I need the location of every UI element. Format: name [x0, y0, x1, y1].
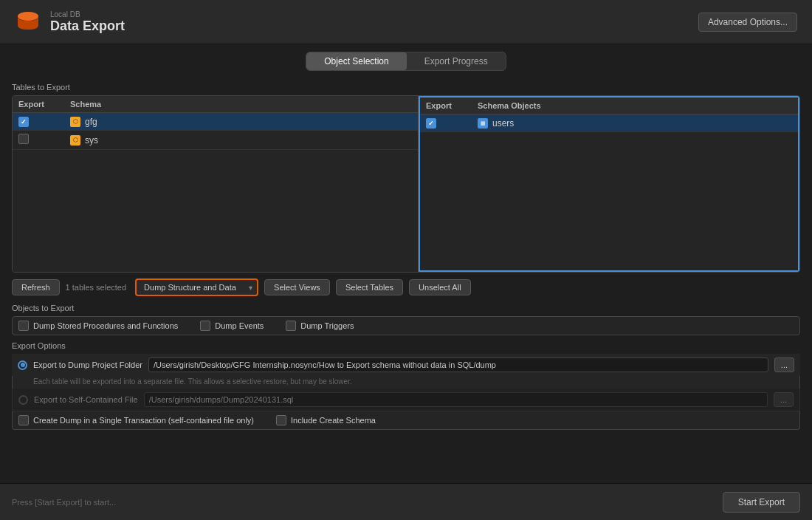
create-dump-label: Create Dump in a Single Transaction (sel… [33, 416, 254, 425]
app-header: Local DB Data Export Advanced Options... [0, 0, 812, 44]
dump-stored-label: Dump Stored Procedures and Functions [33, 321, 178, 330]
export-option2-row: Export to Self-Contained File /Users/gir… [12, 389, 800, 411]
left-panel: Export Schema ⬡ gfg [13, 96, 419, 272]
tables-section-label: Tables to Export [12, 83, 800, 92]
export-option2-radio[interactable] [18, 395, 28, 405]
left-panel-header: Export Schema [13, 96, 418, 113]
row-checkbox-gfg[interactable] [18, 117, 29, 127]
table-row[interactable]: ⬡ gfg [13, 113, 418, 131]
schema-name-gfg: gfg [85, 117, 97, 127]
dump-stored-checkbox[interactable] [18, 321, 29, 331]
tab-bar: Object Selection Export Progress [0, 44, 812, 77]
browse-btn-option1[interactable]: ... [774, 358, 794, 372]
row-checkbox-col [18, 134, 70, 146]
objects-section-label: Objects to Export [12, 304, 800, 312]
dump-triggers-item[interactable]: Dump Triggers [286, 321, 354, 331]
table-icon-users: ▦ [478, 118, 488, 129]
export-option1-row: Export to Dump Project Folder /Users/gir… [12, 354, 800, 376]
include-schema-item[interactable]: Include Create Schema [276, 415, 376, 425]
create-dump-item[interactable]: Create Dump in a Single Transaction (sel… [18, 415, 254, 425]
right-panel: Export Schema Objects ▦ users [419, 96, 799, 272]
schema-icon-sys: ⬡ [70, 135, 80, 146]
include-schema-checkbox[interactable] [276, 415, 286, 425]
title-group: Local DB Data Export [50, 10, 125, 34]
db-subtitle: Local DB [50, 10, 125, 18]
export-options-label: Export Options [12, 341, 800, 350]
row-name-gfg: ⬡ gfg [70, 117, 412, 127]
include-schema-label: Include Create Schema [291, 416, 376, 425]
schema-obj-label-users: users [492, 118, 514, 129]
export-option2-label: Export to Self-Contained File [34, 395, 138, 404]
tab-container: Object Selection Export Progress [306, 52, 506, 71]
toolbar-row: Refresh 1 tables selected Dump Structure… [12, 278, 800, 296]
export-option1-path[interactable]: /Users/girish/Desktop/GFG Internship.nos… [148, 358, 768, 372]
browse-btn-option2[interactable]: ... [774, 392, 794, 407]
schema-name-sys: sys [85, 135, 98, 146]
dump-events-item[interactable]: Dump Events [200, 321, 264, 331]
right-panel-body: ▦ users [420, 114, 798, 270]
schema-obj-checkbox-col [426, 117, 478, 129]
row-checkbox-col [18, 116, 70, 127]
page-title: Data Export [50, 18, 125, 34]
left-panel-body: ⬡ gfg ⬡ sys [13, 113, 418, 272]
tab-export-progress[interactable]: Export Progress [407, 52, 506, 70]
schema-icon-gfg: ⬡ [70, 117, 80, 127]
dump-triggers-checkbox[interactable] [286, 321, 296, 331]
export-options-section: Export Options Export to Dump Project Fo… [12, 341, 800, 430]
export-option1-label: Export to Dump Project Folder [33, 360, 142, 369]
tables-grid: Export Schema ⬡ gfg [12, 95, 800, 273]
dump-triggers-label: Dump Triggers [300, 321, 354, 330]
selected-count-label: 1 tables selected [66, 283, 127, 292]
row-checkbox-sys[interactable] [18, 134, 29, 144]
right-col-export-header: Export [426, 101, 478, 110]
objects-checkbox-row: Dump Stored Procedures and Functions Dum… [12, 316, 800, 335]
create-dump-checkbox[interactable] [18, 415, 29, 425]
tables-section: Tables to Export Export Schema ⬡ gfg [12, 83, 800, 273]
objects-to-export-section: Objects to Export Dump Stored Procedures… [12, 304, 800, 335]
svg-point-1 [18, 12, 38, 21]
export-option1-radio[interactable] [18, 360, 27, 370]
select-tables-button[interactable]: Select Tables [336, 279, 403, 295]
tab-object-selection[interactable]: Object Selection [306, 52, 406, 70]
export-option2-path[interactable]: /Users/girish/dumps/Dump20240131.sql [144, 392, 768, 407]
main-content: Tables to Export Export Schema ⬡ gfg [0, 77, 812, 480]
left-col-export-header: Export [18, 100, 70, 109]
left-col-schema-header: Schema [70, 100, 412, 109]
refresh-button[interactable]: Refresh [12, 279, 60, 295]
dump-select-wrapper[interactable]: Dump Structure and DataDump Data OnlyDum… [135, 278, 258, 296]
extra-checkboxes-row: Create Dump in a Single Transaction (sel… [12, 411, 800, 430]
schema-object-row[interactable]: ▦ users [420, 114, 798, 132]
export-option1-hint: Each table will be exported into a separ… [12, 376, 800, 389]
right-col-schema-obj-header: Schema Objects [478, 101, 792, 110]
table-row[interactable]: ⬡ sys [13, 131, 418, 150]
schema-obj-checkbox-users[interactable] [426, 118, 436, 129]
dump-events-checkbox[interactable] [200, 321, 210, 331]
row-name-sys: ⬡ sys [70, 135, 412, 146]
header-left: Local DB Data Export [15, 9, 125, 35]
dump-stored-item[interactable]: Dump Stored Procedures and Functions [18, 321, 178, 331]
database-icon [15, 9, 41, 35]
advanced-options-button[interactable]: Advanced Options... [698, 13, 797, 32]
start-export-button[interactable]: Start Export [723, 492, 800, 513]
select-views-button[interactable]: Select Views [264, 279, 330, 295]
dump-type-select[interactable]: Dump Structure and DataDump Data OnlyDum… [137, 280, 257, 295]
dump-events-label: Dump Events [215, 321, 264, 330]
footer-hint: Press [Start Export] to start... [12, 498, 116, 507]
right-panel-header: Export Schema Objects [420, 98, 798, 114]
footer: Press [Start Export] to start... Start E… [0, 483, 812, 520]
schema-obj-name-users: ▦ users [478, 118, 792, 129]
unselect-all-button[interactable]: Unselect All [409, 279, 470, 295]
